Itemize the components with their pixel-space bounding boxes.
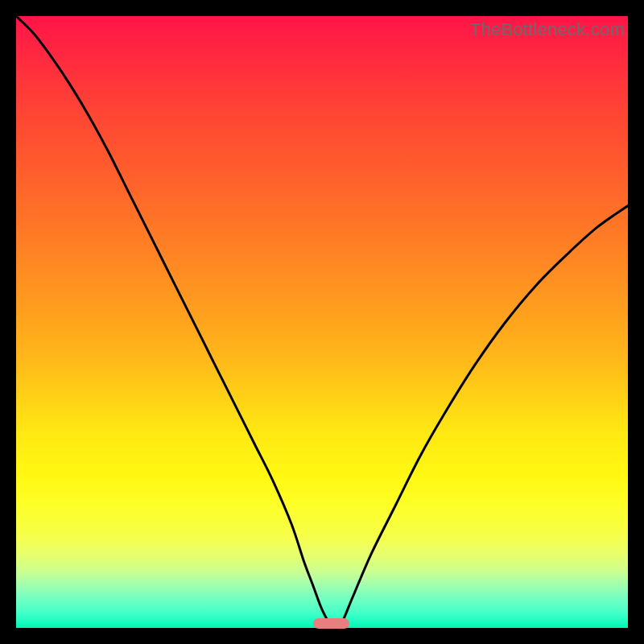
bottleneck-curve	[16, 16, 628, 628]
chart-container: TheBottleneck.com	[0, 0, 644, 644]
optimal-marker	[313, 618, 350, 629]
curve-svg	[16, 16, 628, 628]
plot-area	[16, 16, 628, 628]
